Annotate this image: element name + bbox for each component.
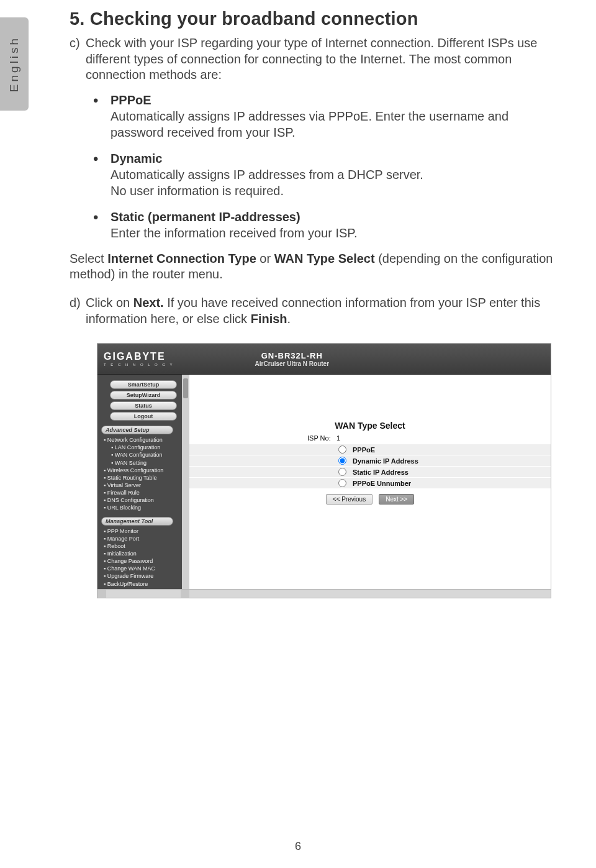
sidebar-item-wireless-config[interactable]: Wireless Configuration <box>100 467 187 474</box>
isp-line: ISP No: 1 <box>307 434 551 442</box>
sidebar-item-reboot[interactable]: Reboot <box>100 542 187 550</box>
sidebar-btn-logout[interactable]: Logout <box>110 412 177 421</box>
list-marker-d: d) <box>70 295 86 327</box>
horizontal-scrollbar[interactable] <box>97 589 551 598</box>
sidebar-item-backup-restore[interactable]: BackUp/Restore <box>100 580 187 588</box>
wan-option-label: PPPoE Unnumber <box>353 480 411 487</box>
previous-button[interactable]: << Previous <box>326 494 372 505</box>
method-dynamic: Dynamic Automatically assigns IP address… <box>93 150 560 199</box>
sidebar-item-url-blocking[interactable]: URL Blocking <box>100 504 187 511</box>
method-title: PPPoE <box>111 92 560 108</box>
radio-dynamic[interactable] <box>338 457 346 465</box>
brand-logo-text: GIGABYTE <box>104 351 174 362</box>
router-main-panel: WAN Type Select ISP No: 1 PPPoE Dynamic … <box>189 375 551 589</box>
method-static: Static (permanent IP-addresses) Enter th… <box>93 209 560 241</box>
sidebar-item-upgrade-firmware[interactable]: Upgrade Firmware <box>100 572 187 580</box>
radio-pppoe[interactable] <box>338 445 346 454</box>
model-number: GN-BR32L-RH <box>255 351 329 360</box>
bold-internet-connection-type: Internet Connection Type <box>107 252 256 265</box>
bold-next: Next. <box>133 296 164 309</box>
sidebar-item-change-wan-mac[interactable]: Change WAN MAC <box>100 565 187 572</box>
sidebar-item-change-password[interactable]: Change Password <box>100 557 187 565</box>
bold-finish: Finish <box>251 312 287 326</box>
wan-option-label: PPPoE <box>353 446 375 454</box>
sidebar-item-firewall-rule[interactable]: Firewall Rule <box>100 489 187 496</box>
page-number: 6 <box>0 840 596 853</box>
sidebar-item-wan-config[interactable]: WAN Configuration <box>100 451 187 459</box>
paragraph-c: c) Check with your ISP regarding your ty… <box>70 35 560 83</box>
method-desc: Automatically assigns IP addresses from … <box>111 167 560 183</box>
router-admin-screenshot: GIGABYTE T E C H N O L O G Y GN-BR32L-RH… <box>97 343 551 598</box>
list-marker-c: c) <box>70 35 86 83</box>
paragraph-c-text: Check with your ISP regarding your type … <box>86 35 560 83</box>
panel-title: WAN Type Select <box>189 421 551 431</box>
wan-option-pppoe-unnumber[interactable]: PPPoE Unnumber <box>189 478 551 489</box>
sidebar-btn-smartsetup[interactable]: SmartSetup <box>110 380 177 389</box>
sidebar-item-initialization[interactable]: Initialization <box>100 550 187 557</box>
content-column: 5. Checking your broadband connection c)… <box>70 9 560 598</box>
radio-pppoe-unnumber[interactable] <box>338 479 346 487</box>
method-desc: Automatically assigns IP addresses via P… <box>111 108 560 140</box>
sidebar-scrollbar[interactable] <box>182 375 189 589</box>
wan-option-label: Static IP Address <box>353 468 409 476</box>
sidebar-item-wan-setting[interactable]: WAN Setting <box>100 459 187 467</box>
wan-option-dynamic[interactable]: Dynamic IP Address <box>189 455 551 467</box>
next-button[interactable]: Next >> <box>379 494 414 505</box>
section-title: 5. Checking your broadband connection <box>70 9 560 29</box>
language-tab-label: English <box>7 36 21 92</box>
sidebar-item-static-routing[interactable]: Static Routing Table <box>100 474 187 482</box>
bold-wan-type-select: WAN Type Select <box>274 252 375 265</box>
brand-subtext: T E C H N O L O G Y <box>104 363 174 367</box>
method-title: Static (permanent IP-addresses) <box>111 209 560 225</box>
router-topbar: GIGABYTE T E C H N O L O G Y GN-BR32L-RH… <box>97 344 551 375</box>
wan-option-static[interactable]: Static IP Address <box>189 467 551 478</box>
wan-option-pppoe[interactable]: PPPoE <box>189 444 551 455</box>
sidebar-item-manage-port[interactable]: Manage Port <box>100 535 187 542</box>
isp-label: ISP No: <box>307 434 331 442</box>
sidebar-item-ppp-monitor[interactable]: PPP Monitor <box>100 528 187 535</box>
paragraph-d: d) Click on Next. If you have received c… <box>70 295 560 327</box>
radio-static[interactable] <box>338 468 346 476</box>
select-instruction: Select Internet Connection Type or WAN T… <box>70 251 560 283</box>
wan-option-label: Dynamic IP Address <box>353 457 418 465</box>
wizard-button-row: << Previous Next >> <box>189 494 551 505</box>
method-desc: Enter the information received from your… <box>111 225 560 241</box>
language-tab: English <box>0 17 29 111</box>
method-title: Dynamic <box>111 150 560 167</box>
router-sidebar: SmartSetup SetupWizard Status Logout Adv… <box>97 375 189 589</box>
sidebar-header-advanced: Advanced Setup <box>101 426 173 434</box>
method-pppoe: PPPoE Automatically assigns IP addresses… <box>93 92 560 140</box>
model-subtitle: AirCruiser Ultra N Router <box>255 360 329 367</box>
sidebar-btn-setupwizard[interactable]: SetupWizard <box>110 391 177 400</box>
method-desc: No user information is required. <box>111 183 560 199</box>
sidebar-item-lan-config[interactable]: LAN Configuration <box>100 444 187 451</box>
sidebar-item-dns-config[interactable]: DNS Configuration <box>100 496 187 504</box>
isp-value: 1 <box>336 434 340 442</box>
sidebar-item-network-config[interactable]: Network Configuration <box>100 436 187 444</box>
paragraph-d-text: Click on Next. If you have received conn… <box>86 295 560 327</box>
sidebar-header-mgmt: Management Tool <box>101 517 173 526</box>
sidebar-item-virtual-server[interactable]: Virtual Server <box>100 482 187 489</box>
sidebar-btn-status[interactable]: Status <box>110 401 177 410</box>
connection-methods-list: PPPoE Automatically assigns IP addresses… <box>93 92 560 241</box>
